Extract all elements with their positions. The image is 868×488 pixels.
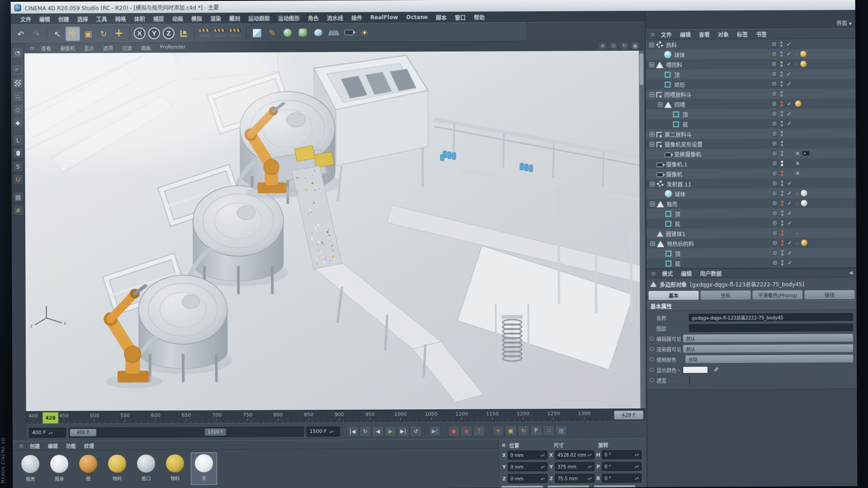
viewport-canvas[interactable]: x z: [24, 51, 645, 411]
tree-row-19[interactable]: 圆锥体1∴: [646, 228, 856, 239]
layer-toggle[interactable]: [772, 260, 778, 266]
visibility-dots[interactable]: [780, 221, 784, 226]
prev-frame-button[interactable]: ◀: [372, 426, 384, 436]
end-frame-spinner[interactable]: 1500 F▴▾: [307, 426, 340, 436]
enable-check[interactable]: ✓: [786, 101, 793, 107]
phong-tag-icon[interactable]: ∴: [795, 61, 797, 67]
visibility-dots[interactable]: [780, 211, 784, 216]
layer-toggle[interactable]: [772, 151, 777, 156]
enable-check[interactable]: ✓: [786, 81, 792, 87]
phong-tag-icon[interactable]: ∴: [795, 190, 798, 196]
layer-toggle[interactable]: [771, 52, 777, 57]
expand-toggle[interactable]: −: [649, 42, 654, 47]
z-axis-lock[interactable]: Z: [163, 28, 175, 39]
menu-item-2[interactable]: 创建: [54, 15, 73, 23]
tree-row-9[interactable]: +第二放料斗: [646, 128, 856, 139]
visibility-dots[interactable]: [780, 181, 783, 186]
camera-tag-icon[interactable]: [802, 151, 809, 155]
menu-item-1[interactable]: 编辑: [35, 15, 54, 23]
phong-tag-icon[interactable]: ∴: [796, 200, 798, 206]
live-selection-tool[interactable]: ↖: [50, 27, 65, 41]
menu-item-17[interactable]: RealFlow: [366, 14, 402, 20]
enable-check[interactable]: ✓: [787, 260, 793, 266]
visibility-dots[interactable]: [779, 71, 783, 77]
menu-item-5[interactable]: 网格: [111, 14, 130, 22]
coord-field-rot-0[interactable]: 0 °▴▾: [602, 450, 642, 459]
expand-toggle[interactable]: −: [650, 241, 655, 246]
layer-toggle[interactable]: [772, 191, 777, 196]
layer-toggle[interactable]: [772, 141, 777, 146]
tree-row-10[interactable]: −摄像机变形设置: [646, 138, 856, 149]
snap-button[interactable]: S: [13, 161, 24, 172]
visibility-dots[interactable]: [780, 111, 783, 117]
keyframe-circle[interactable]: [650, 337, 654, 341]
add-array-button[interactable]: [296, 25, 310, 40]
color-swatch[interactable]: [683, 366, 708, 373]
workplane-lock-button[interactable]: ▤: [13, 192, 24, 202]
enable-check[interactable]: ✓: [786, 111, 793, 117]
material-tile-6[interactable]: 天: [191, 452, 217, 485]
viewport-menu-4[interactable]: 过滤: [118, 44, 137, 51]
tree-row-13[interactable]: 摄像机×: [646, 168, 856, 179]
om-menu-0[interactable]: 文件: [657, 31, 676, 38]
material-menu-1[interactable]: 编辑: [44, 442, 62, 449]
add-metaball-button[interactable]: [311, 25, 326, 40]
layer-toggle[interactable]: [772, 91, 777, 97]
move-tool[interactable]: +: [66, 26, 80, 41]
field-dropdown[interactable]: 自动: [685, 355, 853, 363]
add-camera-button[interactable]: [342, 25, 356, 40]
tree-row-11[interactable]: 变换摄像机×: [646, 148, 856, 159]
phong-tag-icon[interactable]: ∴: [795, 51, 797, 57]
menu-item-7[interactable]: 捕捉: [149, 14, 168, 22]
tree-row-8[interactable]: 底✓: [646, 118, 856, 129]
record-parameter-button[interactable]: P: [530, 425, 542, 436]
om-menu-5[interactable]: 书签: [752, 30, 771, 38]
coord-field-pos-0[interactable]: 0 mm▴▾: [508, 450, 547, 460]
view-rotate-icon[interactable]: ↻: [620, 42, 628, 49]
menu-item-9[interactable]: 模拟: [187, 14, 206, 22]
menu-item-14[interactable]: 角色: [304, 14, 323, 22]
expand-toggle[interactable]: −: [649, 62, 654, 67]
visibility-dots[interactable]: [780, 131, 783, 136]
menu-item-10[interactable]: 渲染: [206, 14, 225, 22]
add-spline-button[interactable]: ✎: [265, 25, 279, 40]
material-menu-2[interactable]: 功能: [62, 442, 80, 449]
tree-row-14[interactable]: −发射器.11✓: [646, 178, 856, 189]
enable-check[interactable]: ✓: [787, 220, 793, 226]
axis-mode-button[interactable]: L: [12, 135, 23, 145]
slider-handle[interactable]: 400 F: [70, 429, 96, 436]
menu-item-0[interactable]: 文件: [16, 15, 35, 23]
menu-item-19[interactable]: 脚本: [432, 13, 451, 21]
start-frame-spinner[interactable]: 400 F▴▾: [29, 427, 66, 437]
attribute-burger-icon[interactable]: ≡: [649, 270, 658, 277]
collapse-arrow-icon[interactable]: ◀: [849, 270, 857, 276]
layer-toggle[interactable]: [772, 101, 777, 107]
coordinate-system-toggle[interactable]: [176, 26, 191, 40]
magnet-button[interactable]: U: [13, 174, 24, 185]
layer-toggle[interactable]: [772, 181, 777, 186]
om-menu-4[interactable]: 标签: [733, 30, 752, 38]
am-menu-1[interactable]: 编辑: [677, 269, 696, 277]
tree-row-12[interactable]: 摄像机.1×: [646, 158, 856, 169]
keyframe-selection-button[interactable]: ∷: [543, 425, 555, 436]
visibility-dots[interactable]: [780, 91, 783, 97]
expand-toggle[interactable]: −: [650, 181, 655, 186]
tree-row-5[interactable]: −回喂放料斗: [646, 89, 856, 99]
texture-mode-button[interactable]: [12, 78, 23, 89]
play-reverse-button[interactable]: ↻: [359, 426, 371, 436]
layer-toggle[interactable]: [771, 42, 777, 47]
layer-toggle[interactable]: [772, 201, 778, 206]
interface-selector[interactable]: 界面 ▾: [836, 19, 852, 27]
coord-field-size-0[interactable]: 4528.02 mm▴▾: [555, 450, 594, 459]
enable-check[interactable]: ✓: [786, 61, 792, 67]
am-menu-0[interactable]: 模式: [658, 270, 677, 277]
current-frame-box[interactable]: 428 F: [614, 410, 644, 420]
viewport-scene[interactable]: x z: [24, 51, 645, 411]
basic-properties-section[interactable]: 基本属性: [647, 300, 857, 311]
enable-check[interactable]: ✓: [787, 240, 793, 246]
menu-item-12[interactable]: 运动跟踪: [244, 14, 274, 22]
polygons-mode-button[interactable]: ◆: [12, 117, 23, 128]
tree-row-18[interactable]: 底✓: [646, 218, 856, 229]
quantize-button[interactable]: #: [13, 205, 24, 216]
material-tag-icon[interactable]: [801, 200, 807, 206]
